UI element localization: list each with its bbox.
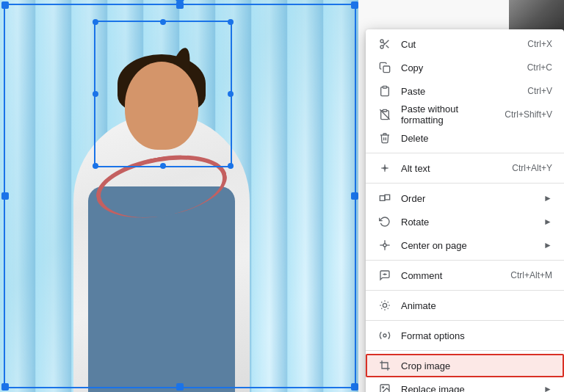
order-icon — [377, 191, 392, 206]
paste-without-formatting-label: Paste without formatting — [401, 104, 499, 126]
replace-image-icon — [377, 382, 392, 392]
crop-handle-tm[interactable] — [160, 19, 166, 25]
cut-icon — [377, 37, 392, 51]
doctor-image[interactable] — [0, 0, 360, 392]
crop-handle-tr[interactable] — [228, 19, 234, 25]
svg-rect-7 — [383, 109, 386, 112]
copy-label: Copy — [401, 62, 521, 73]
order-label: Order — [401, 193, 538, 204]
context-menu: Cut Ctrl+X Copy Ctrl+C Paste Ctrl+V — [366, 29, 564, 392]
format-options-icon — [377, 328, 392, 343]
alt-text-shortcut: Ctrl+Alt+Y — [512, 163, 552, 173]
handle-tr[interactable] — [351, 1, 358, 9]
delete-icon — [377, 131, 392, 145]
menu-item-format-options[interactable]: Format options — [366, 324, 564, 347]
handle-tl[interactable] — [1, 1, 9, 9]
crop-image-icon — [377, 358, 392, 373]
svg-point-22 — [383, 334, 386, 337]
animate-label: Animate — [401, 300, 552, 311]
replace-image-arrow: ► — [543, 384, 552, 392]
cut-shortcut: Ctrl+X — [527, 39, 552, 49]
handle-mr[interactable] — [351, 192, 358, 200]
handle-br[interactable] — [351, 383, 358, 391]
crop-image-label: Crop image — [401, 360, 552, 371]
paste-plain-icon — [377, 107, 392, 122]
divider-4 — [366, 290, 564, 291]
divider-6 — [366, 350, 564, 351]
paste-without-formatting-shortcut: Ctrl+Shift+V — [505, 109, 552, 120]
menu-item-copy[interactable]: Copy Ctrl+C — [366, 56, 564, 79]
menu-item-replace-image[interactable]: Replace image ► — [366, 377, 564, 392]
rotate-label: Rotate — [401, 217, 538, 228]
menu-item-paste-without-formatting[interactable]: Paste without formatting Ctrl+Shift+V — [366, 103, 564, 126]
center-arrow: ► — [543, 240, 552, 250]
divider-1 — [366, 153, 564, 153]
replace-image-label: Replace image — [401, 384, 538, 393]
svg-rect-23 — [380, 385, 389, 392]
menu-item-order[interactable]: Order ► — [366, 186, 564, 210]
paste-label: Paste — [401, 86, 521, 97]
menu-item-delete[interactable]: Delete — [366, 126, 564, 150]
delete-label: Delete — [401, 133, 552, 144]
handle-bl[interactable] — [1, 383, 9, 391]
svg-point-24 — [383, 387, 384, 388]
svg-point-0 — [380, 40, 383, 43]
rotate-icon — [377, 214, 392, 229]
svg-rect-5 — [383, 66, 390, 73]
crop-handle-mr[interactable] — [228, 91, 234, 97]
center-on-page-icon — [377, 238, 392, 253]
svg-rect-12 — [380, 196, 385, 201]
rotate-arrow: ► — [543, 217, 552, 227]
crop-selection-box[interactable] — [94, 21, 232, 167]
copy-icon — [377, 60, 392, 75]
svg-point-21 — [383, 303, 386, 307]
menu-item-rotate[interactable]: Rotate ► — [366, 210, 564, 233]
menu-item-alt-text[interactable]: Alt text Ctrl+Alt+Y — [366, 156, 564, 180]
format-options-label: Format options — [401, 330, 552, 341]
svg-line-4 — [383, 42, 385, 44]
svg-point-14 — [383, 244, 386, 247]
divider-3 — [366, 260, 564, 261]
menu-item-paste[interactable]: Paste Ctrl+V — [366, 79, 564, 103]
menu-item-cut[interactable]: Cut Ctrl+X — [366, 32, 564, 56]
menu-item-center-on-page[interactable]: Center on page ► — [366, 233, 564, 257]
crop-handle-bm[interactable] — [160, 163, 166, 169]
menu-item-comment[interactable]: Comment Ctrl+Alt+M — [366, 264, 564, 287]
crop-handle-tl[interactable] — [93, 19, 98, 25]
menu-item-animate[interactable]: Animate — [366, 294, 564, 317]
order-arrow: ► — [543, 193, 552, 203]
handle-bm[interactable] — [176, 383, 184, 391]
svg-point-1 — [380, 46, 383, 48]
paste-icon — [377, 84, 392, 98]
alt-text-label: Alt text — [401, 163, 506, 174]
comment-icon — [377, 268, 392, 283]
svg-rect-6 — [383, 86, 386, 88]
handle-ml[interactable] — [1, 192, 9, 200]
divider-2 — [366, 183, 564, 184]
crop-handle-ml[interactable] — [93, 91, 98, 97]
svg-rect-13 — [385, 195, 390, 200]
animate-icon — [377, 298, 392, 313]
center-on-page-label: Center on page — [401, 240, 538, 251]
comment-label: Comment — [401, 270, 505, 281]
crop-handle-bl[interactable] — [93, 163, 98, 169]
alt-text-icon — [377, 161, 392, 175]
menu-item-crop-image[interactable]: Crop image — [366, 354, 564, 377]
slide-area: Cut Ctrl+X Copy Ctrl+C Paste Ctrl+V — [0, 0, 564, 392]
svg-line-3 — [386, 46, 389, 48]
copy-shortcut: Ctrl+C — [527, 62, 552, 73]
paste-shortcut: Ctrl+V — [527, 86, 552, 96]
divider-5 — [366, 320, 564, 321]
comment-shortcut: Ctrl+Alt+M — [510, 270, 552, 280]
cut-label: Cut — [401, 39, 521, 50]
crop-handle-br[interactable] — [228, 163, 234, 169]
